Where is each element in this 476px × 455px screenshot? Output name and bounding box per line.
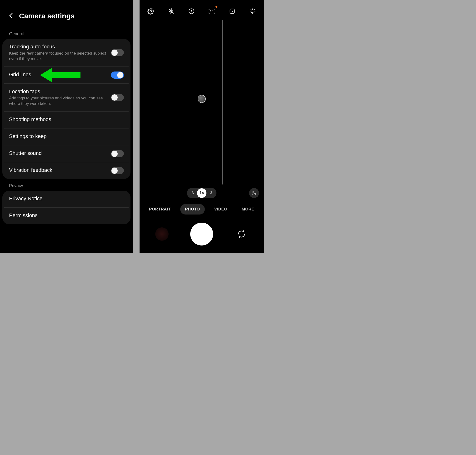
permissions-row[interactable]: Permissions [4,207,129,224]
flash-off-icon[interactable] [167,7,175,15]
setting-title: Tracking auto-focus [9,44,108,50]
effects-icon[interactable] [249,7,257,15]
page-title: Camera settings [19,12,75,20]
grid-lines-toggle[interactable] [111,72,124,79]
mode-more[interactable]: MORE [237,204,259,214]
svg-line-14 [251,12,252,13]
section-label-general: General [0,27,133,39]
notification-dot-icon [215,6,217,8]
moon-icon [252,190,257,196]
motion-photo-icon[interactable] [228,7,236,15]
tracking-autofocus-toggle[interactable] [111,49,124,56]
zoom-row: .6 1× 3 [140,185,264,200]
section-label-privacy: Privacy [0,179,133,191]
camera-topbar: 1:1 [140,0,264,20]
aspect-ratio-icon[interactable]: 1:1 [208,7,216,15]
settings-to-keep-row[interactable]: Settings to keep [4,128,129,145]
switch-camera-icon [238,230,246,238]
settings-card-general: Tracking auto-focus Keep the rear camera… [2,39,130,179]
mode-video[interactable]: VIDEO [210,204,232,214]
location-tags-toggle[interactable] [111,94,124,101]
shutter-row [140,218,264,253]
vibration-feedback-row[interactable]: Vibration feedback [4,162,129,179]
switch-camera-button[interactable] [235,228,248,241]
tracking-autofocus-row[interactable]: Tracking auto-focus Keep the rear camera… [2,39,130,66]
setting-sub: Keep the rear camera focused on the sele… [9,51,108,62]
zoom-option-3[interactable]: 3 [206,188,216,198]
mode-portrait[interactable]: PORTRAIT [144,204,175,214]
setting-title: Shooting methods [9,116,124,122]
svg-line-15 [254,9,254,10]
mode-selector[interactable]: PORTRAIT PHOTO VIDEO MORE [140,200,264,218]
vibration-feedback-toggle[interactable] [111,167,124,174]
shutter-sound-toggle[interactable] [111,150,124,157]
focus-indicator-icon [198,95,206,103]
settings-card-privacy: Privacy Notice Permissions [2,191,130,224]
svg-line-13 [254,12,254,13]
setting-title: Grid lines [9,72,108,78]
grid-lines-row[interactable]: Grid lines [4,66,129,83]
night-mode-button[interactable] [249,188,259,198]
camera-viewfinder[interactable] [140,20,264,185]
setting-title: Permissions [9,212,124,219]
setting-title: Privacy Notice [9,195,124,202]
location-tags-row[interactable]: Location tags Add tags to your pictures … [4,83,129,111]
setting-sub: Add tags to your pictures and videos so … [9,96,108,106]
settings-screen: Camera settings General Tracking auto-fo… [0,0,133,253]
mode-photo[interactable]: PHOTO [180,204,205,214]
svg-line-12 [251,9,252,10]
settings-icon[interactable] [147,7,155,15]
gallery-thumbnail[interactable] [155,228,169,241]
shutter-sound-row[interactable]: Shutter sound [4,145,129,162]
setting-title: Vibration feedback [9,167,108,173]
camera-screen: 1:1 [140,0,264,253]
timer-icon[interactable] [187,7,196,15]
shooting-methods-row[interactable]: Shooting methods [4,111,129,128]
back-icon[interactable] [8,13,13,19]
setting-title: Settings to keep [9,133,124,139]
zoom-option-1x[interactable]: 1× [197,188,206,198]
svg-text:1:1: 1:1 [210,10,214,13]
setting-title: Shutter sound [9,150,108,156]
zoom-selector: .6 1× 3 [187,188,216,198]
privacy-notice-row[interactable]: Privacy Notice [2,191,130,207]
zoom-option-0.6[interactable]: .6 [187,188,197,198]
settings-header: Camera settings [0,0,133,27]
svg-marker-7 [232,10,233,12]
setting-title: Location tags [9,89,108,95]
shutter-button[interactable] [190,223,213,245]
svg-point-1 [150,10,152,12]
